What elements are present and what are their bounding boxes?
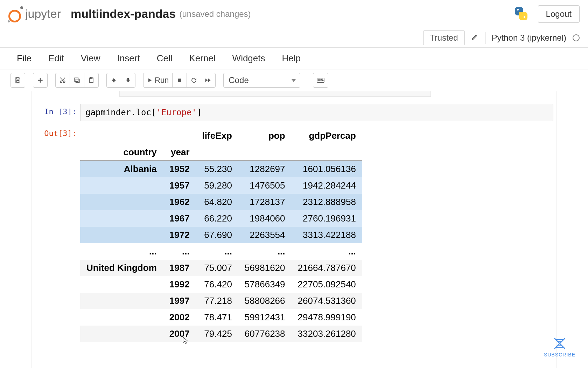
dataframe-table: lifeExp pop gdpPercap country year Alban… [80, 128, 362, 342]
cell-pop: 58808266 [238, 293, 292, 309]
cell-lifeExp: 77.218 [196, 293, 238, 309]
index-names-row: country year [80, 144, 362, 161]
output-area: lifeExp pop gdpPercap country year Alban… [80, 125, 553, 342]
move-up-button[interactable] [106, 73, 121, 88]
command-palette-button[interactable] [313, 73, 328, 88]
cell-pop: 60776238 [238, 326, 292, 342]
cell-gdpPercap: 2312.888958 [292, 194, 362, 210]
dna-icon [551, 336, 568, 350]
kernel-name[interactable]: Python 3 (ipykernel) [492, 33, 566, 43]
cell-pop: 56981620 [238, 260, 292, 276]
run-button[interactable]: Run [143, 73, 173, 88]
restart-run-all-button[interactable] [201, 73, 216, 88]
notebook[interactable]: In [3]: gapminder.loc['Europe'] Out[3]: … [31, 91, 556, 368]
cell-pop: 1282697 [238, 161, 292, 178]
cell-gdpPercap: 2760.196931 [292, 210, 362, 227]
menu-kernel[interactable]: Kernel [189, 53, 215, 64]
prev-cell-remnant [119, 91, 431, 97]
copy-button[interactable] [70, 73, 84, 88]
jupyter-logo-icon [8, 6, 23, 22]
svg-rect-8 [178, 79, 181, 82]
cell-country: United Kingdom [80, 260, 163, 276]
column-header-row: lifeExp pop gdpPercap [80, 128, 362, 144]
subscribe-badge[interactable]: SUBSCRIBE [544, 336, 575, 357]
document-status: (unsaved changes) [179, 9, 251, 19]
cell-year: 1957 [163, 177, 196, 194]
subscribe-label: SUBSCRIBE [544, 352, 575, 357]
cell-lifeExp: 59.280 [196, 177, 238, 194]
logout-button[interactable]: Logout [538, 5, 580, 23]
menu-file[interactable]: File [17, 53, 31, 64]
svg-rect-15 [319, 80, 322, 81]
cell-lifeExp: 79.425 [196, 326, 238, 342]
svg-rect-12 [321, 79, 321, 80]
out-prompt: Out[3]: [35, 125, 80, 342]
cell-gdpPercap: 26074.531360 [292, 293, 362, 309]
output-cell: Out[3]: lifeExp pop gdpPercap country ye… [32, 123, 556, 344]
cell-country [80, 194, 163, 210]
menu-edit[interactable]: Edit [48, 53, 64, 64]
header: jupyter multiindex-pandas (unsaved chang… [0, 0, 588, 28]
table-row: 195759.28014765051942.284244 [80, 177, 362, 194]
code-cell[interactable]: In [3]: gapminder.loc['Europe'] [32, 102, 556, 123]
table-row: 199777.2185880826626074.531360 [80, 293, 362, 309]
col-lifeExp: lifeExp [196, 128, 238, 144]
cell-gdpPercap: 1942.284244 [292, 177, 362, 194]
cell-country [80, 227, 163, 243]
col-pop: pop [238, 128, 292, 144]
cell-gdpPercap: 1601.056136 [292, 161, 362, 178]
edit-icon[interactable] [471, 33, 479, 43]
cell-gdpPercap: 21664.787670 [292, 260, 362, 276]
jupyter-logo[interactable]: jupyter [8, 6, 61, 22]
table-row: United Kingdom198775.0075698162021664.78… [80, 260, 362, 276]
cell-pop: 1728137 [238, 194, 292, 210]
menu-view[interactable]: View [81, 53, 100, 64]
cell-country [80, 210, 163, 227]
cell-country [80, 326, 163, 342]
trusted-indicator[interactable]: Trusted [423, 30, 464, 45]
menu-widgets[interactable]: Widgets [232, 53, 265, 64]
app-name: jupyter [25, 7, 61, 21]
cell-year: 1997 [163, 293, 196, 309]
menu-help[interactable]: Help [282, 53, 301, 64]
table-row: 196766.22019840602760.196931 [80, 210, 362, 227]
svg-rect-4 [76, 79, 79, 82]
col-gdpPercap: gdpPercap [292, 128, 362, 144]
table-row: Albania195255.23012826971601.056136 [80, 161, 362, 178]
svg-rect-16 [323, 80, 323, 81]
svg-rect-10 [318, 79, 319, 80]
cell-lifeExp: 76.420 [196, 276, 238, 293]
idx-country: country [80, 144, 163, 161]
svg-rect-5 [75, 78, 78, 81]
menu-insert[interactable]: Insert [117, 53, 140, 64]
svg-rect-0 [17, 77, 19, 79]
notebook-container: In [3]: gapminder.loc['Europe'] Out[3]: … [0, 91, 588, 368]
cell-gdpPercap: 33203.261280 [292, 326, 362, 342]
cut-button[interactable] [55, 73, 70, 88]
table-row: 199276.4205786634922705.092540 [80, 276, 362, 293]
document-title[interactable]: multiindex-pandas [71, 7, 176, 21]
cell-year: 2002 [163, 309, 196, 326]
cell-lifeExp: 75.007 [196, 260, 238, 276]
cell-lifeExp: 66.220 [196, 210, 238, 227]
paste-button[interactable] [84, 73, 99, 88]
cell-lifeExp: 55.230 [196, 161, 238, 178]
cell-type-select[interactable]: Code [223, 73, 300, 88]
menu-cell[interactable]: Cell [157, 53, 173, 64]
move-group [106, 73, 135, 88]
cell-year: 1972 [163, 227, 196, 243]
interrupt-button[interactable] [172, 73, 187, 88]
idx-year: year [163, 144, 196, 161]
code-input[interactable]: gapminder.loc['Europe'] [80, 104, 553, 121]
in-prompt: In [3]: [35, 104, 80, 121]
restart-button[interactable] [187, 73, 201, 88]
cell-year: 1967 [163, 210, 196, 227]
divider [485, 32, 485, 44]
cell-lifeExp: 78.471 [196, 309, 238, 326]
save-button[interactable] [10, 73, 25, 88]
add-cell-button[interactable] [33, 73, 48, 88]
svg-rect-14 [318, 80, 319, 81]
move-down-button[interactable] [121, 73, 135, 88]
table-row: ............... [80, 243, 362, 260]
cell-type-value: Code [229, 75, 248, 85]
